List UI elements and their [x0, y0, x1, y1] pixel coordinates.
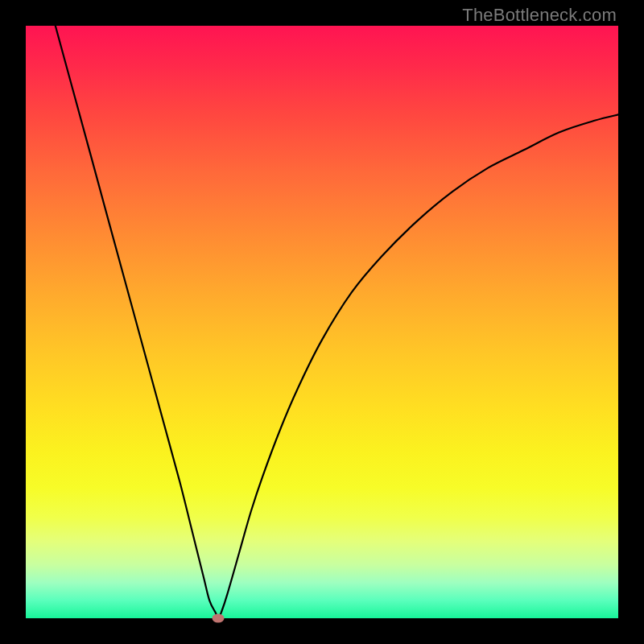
watermark-text: TheBottleneck.com	[462, 5, 617, 26]
chart-frame: TheBottleneck.com	[0, 0, 644, 644]
plot-area	[26, 26, 618, 618]
optimum-marker	[213, 614, 225, 623]
bottleneck-curve	[56, 26, 618, 618]
curve-svg	[26, 26, 618, 618]
